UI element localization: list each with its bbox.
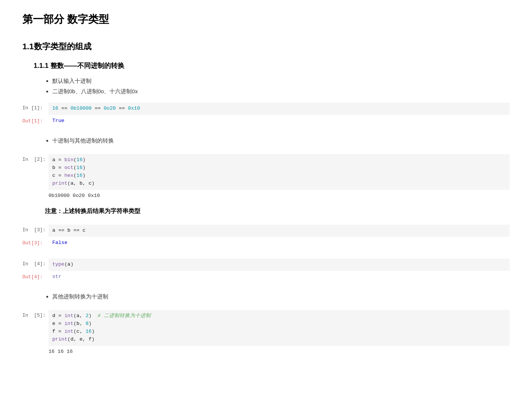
in-label-3: In [3]: <box>22 225 49 234</box>
code-cell-5: In [5]: d = int(a, 2) # 二进制转换为十进制 e = in… <box>22 310 510 357</box>
code-cell-3: In [3]: a == b == c Out[3]: False <box>22 225 510 253</box>
output-3: False <box>49 238 68 248</box>
in-label-2: In [2]: <box>22 154 49 164</box>
output-5: 16 16 16 <box>49 347 510 357</box>
cell-1-input-row: In [1]: 16 == 0b10000 == 0o20 == 0x10 <box>22 103 510 115</box>
code-cell-1: In [1]: 16 == 0b10000 == 0o20 == 0x10 Ou… <box>22 103 510 131</box>
output-1: True <box>49 116 64 126</box>
code-block-2[interactable]: a = bin(16) b = oct(16) c = hex(16) prin… <box>49 154 510 190</box>
in-label-5: In [5]: <box>22 310 49 320</box>
cell-1-output-row: Out[1]: True <box>22 116 510 131</box>
cell-4-input-row: In [4]: type(a) <box>22 259 510 271</box>
code-block-1[interactable]: 16 == 0b10000 == 0o20 == 0x10 <box>49 103 510 115</box>
list-item-3: 十进制与其他进制的转换 <box>52 136 510 145</box>
bullet-list-2: 十进制与其他进制的转换 <box>52 136 510 145</box>
code-block-3[interactable]: a == b == c <box>49 225 510 237</box>
bullet-list-3: 其他进制转换为十进制 <box>52 292 510 301</box>
note-bold: 注意：上述转换后结果为字符串类型 <box>45 206 510 216</box>
output-2: 0b10000 0o20 0x10 <box>49 191 510 201</box>
in-label-1: In [1]: <box>22 103 49 112</box>
out-label-3: Out[3]: <box>22 238 49 247</box>
cell-2-input-row: In [2]: a = bin(16) b = oct(16) c = hex(… <box>22 154 510 190</box>
code-block-4[interactable]: type(a) <box>49 259 510 271</box>
bullet-list-1: 默认输入十进制 二进制0b、八进制0o、十六进制0x <box>52 76 510 96</box>
list-item-2: 二进制0b、八进制0o、十六进制0x <box>52 87 510 96</box>
page-title: 第一部分 数字类型 <box>22 11 510 28</box>
cell-5-input-row: In [5]: d = int(a, 2) # 二进制转换为十进制 e = in… <box>22 310 510 346</box>
code-block-5[interactable]: d = int(a, 2) # 二进制转换为十进制 e = int(b, 8) … <box>49 310 510 346</box>
cell-3-output-row: Out[3]: False <box>22 238 510 253</box>
code-cell-2: In [2]: a = bin(16) b = oct(16) c = hex(… <box>22 154 510 201</box>
output-4: str <box>49 272 61 282</box>
list-item-1: 默认输入十进制 <box>52 76 510 85</box>
in-label-4: In [4]: <box>22 259 49 268</box>
cell-4-output-row: Out[4]: str <box>22 272 510 287</box>
code-cell-4: In [4]: type(a) Out[4]: str <box>22 259 510 287</box>
page-container: 第一部分 数字类型 1.1数字类型的组成 1.1.1 整数——不同进制的转换 默… <box>0 0 532 384</box>
subsection-title: 1.1.1 整数——不同进制的转换 <box>34 60 510 71</box>
cell-3-input-row: In [3]: a == b == c <box>22 225 510 237</box>
list-item-4: 其他进制转换为十进制 <box>52 292 510 301</box>
out-label-1: Out[1]: <box>22 116 49 125</box>
out-label-4: Out[4]: <box>22 272 49 281</box>
section-title: 1.1数字类型的组成 <box>22 40 510 53</box>
